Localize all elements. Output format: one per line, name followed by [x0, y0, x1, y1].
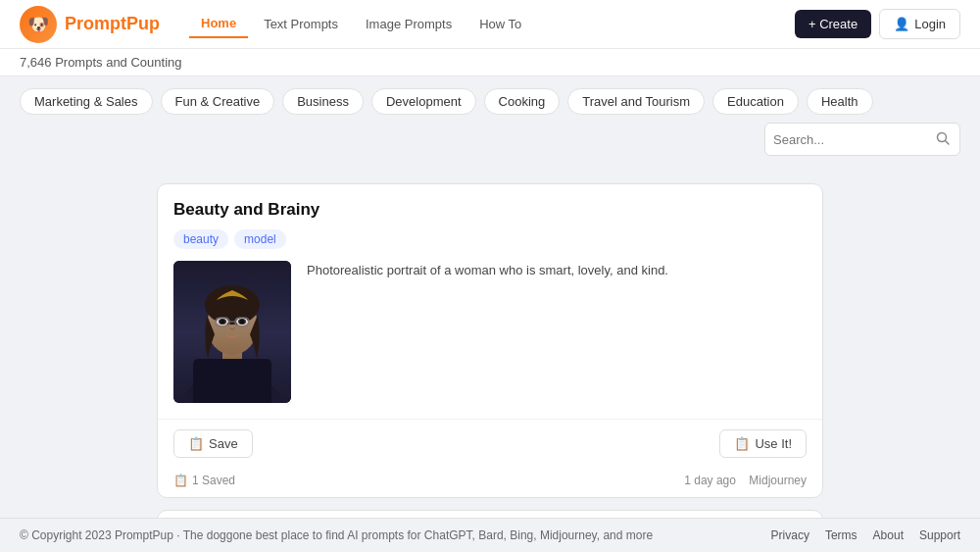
- header-actions: + Create 👤 Login: [795, 9, 960, 39]
- filter-bar: Marketing & Sales Fun & Creative Busines…: [0, 76, 980, 168]
- filter-development[interactable]: Development: [371, 88, 476, 115]
- use-it-button[interactable]: 📋 Use It!: [719, 429, 807, 458]
- filter-cooking[interactable]: Cooking: [484, 88, 561, 115]
- saved-count: 1 Saved: [192, 474, 235, 487]
- save-icon: 📋: [188, 436, 204, 451]
- save-button[interactable]: 📋 Save: [173, 429, 253, 458]
- create-button[interactable]: + Create: [795, 10, 871, 38]
- search-area[interactable]: [764, 123, 960, 156]
- nav-how-to[interactable]: How To: [467, 11, 533, 37]
- filter-health[interactable]: Health: [807, 88, 873, 115]
- nav-image-prompts[interactable]: Image Prompts: [354, 11, 464, 37]
- filter-business[interactable]: Business: [282, 88, 364, 115]
- main-nav: Home Text Prompts Image Prompts How To: [189, 10, 795, 38]
- login-icon: 👤: [894, 17, 909, 31]
- site-footer: © Copyright 2023 PromptPup · The doggone…: [0, 518, 980, 552]
- card-description: Photorealistic portrait of a woman who i…: [307, 261, 807, 403]
- card-tag-model[interactable]: model: [234, 229, 286, 249]
- footer-terms[interactable]: Terms: [825, 528, 858, 542]
- card-footer: 📋 Save 📋 Use It!: [158, 419, 822, 468]
- logo-icon: 🐶: [20, 6, 57, 43]
- logo[interactable]: 🐶 PromptPup: [20, 6, 160, 43]
- card-meta: 📋 1 Saved 1 day ago Midjourney: [158, 468, 822, 497]
- save-label: Save: [209, 436, 238, 451]
- save-icon-small: 📋: [173, 474, 188, 487]
- use-icon: 📋: [734, 436, 750, 451]
- login-button[interactable]: 👤 Login: [879, 9, 960, 39]
- footer-privacy[interactable]: Privacy: [771, 528, 809, 542]
- card-image: [173, 261, 291, 403]
- svg-line-1: [946, 140, 950, 144]
- use-label: Use It!: [755, 436, 792, 451]
- search-input[interactable]: [773, 132, 934, 147]
- prompt-feed: Beauty and Brainy beauty model: [157, 183, 823, 552]
- nav-text-prompts[interactable]: Text Prompts: [252, 11, 350, 37]
- time-ago: 1 day ago: [684, 474, 736, 487]
- search-button[interactable]: [934, 129, 952, 150]
- card-content: Photorealistic portrait of a woman who i…: [173, 261, 807, 403]
- nav-home[interactable]: Home: [189, 10, 248, 38]
- footer-support[interactable]: Support: [919, 528, 960, 542]
- filter-fun-creative[interactable]: Fun & Creative: [161, 88, 275, 115]
- copyright-text: © Copyright 2023 PromptPup · The doggone…: [20, 528, 653, 542]
- meta-time-platform: 1 day ago Midjourney: [684, 474, 807, 487]
- filter-marketing-sales[interactable]: Marketing & Sales: [20, 88, 153, 115]
- card-title: Beauty and Brainy: [173, 200, 807, 220]
- filter-travel-tourism[interactable]: Travel and Tourism: [567, 88, 705, 115]
- card-body: Beauty and Brainy beauty model: [158, 184, 822, 419]
- portrait-image: [173, 261, 291, 403]
- site-header: 🐶 PromptPup Home Text Prompts Image Prom…: [0, 0, 980, 49]
- prompt-card: Beauty and Brainy beauty model: [157, 183, 823, 498]
- logo-text: PromptPup: [65, 14, 160, 34]
- card-actions-left: 📋 Save: [173, 429, 253, 458]
- login-label: Login: [914, 17, 946, 31]
- search-icon: [936, 131, 950, 145]
- main-content: Beauty and Brainy beauty model: [0, 168, 980, 552]
- footer-about[interactable]: About: [873, 528, 904, 542]
- card-tag-row: beauty model: [173, 229, 807, 249]
- platform: Midjourney: [749, 474, 807, 487]
- card-tag-beauty[interactable]: beauty: [173, 229, 228, 249]
- footer-links: Privacy Terms About Support: [771, 528, 960, 542]
- svg-rect-17: [173, 261, 291, 403]
- prompt-count: 7,646 Prompts and Counting: [20, 55, 182, 70]
- meta-saved: 📋 1 Saved: [173, 474, 235, 487]
- subheader: 7,646 Prompts and Counting: [0, 49, 980, 76]
- filter-education[interactable]: Education: [712, 88, 799, 115]
